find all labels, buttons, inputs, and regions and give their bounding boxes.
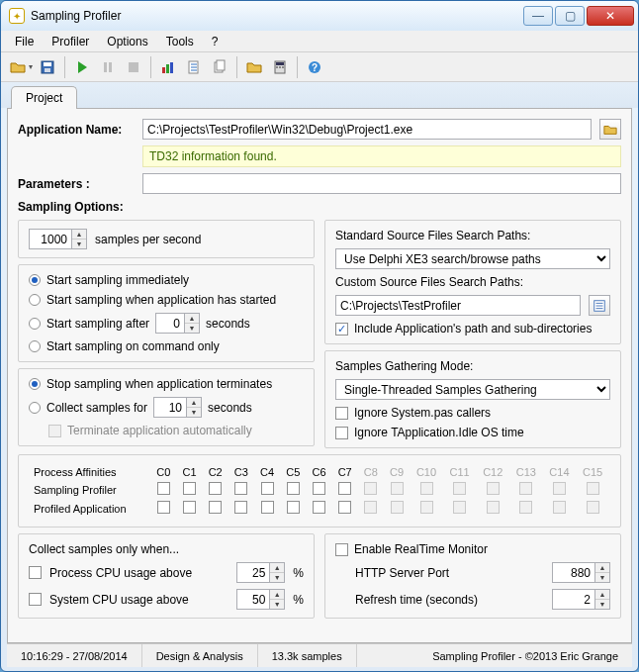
- sampling-options-header: Sampling Options:: [18, 200, 621, 214]
- system-cpu-spinner[interactable]: ▲▼: [236, 589, 285, 610]
- affinity-core-header: C5: [281, 465, 305, 479]
- start-after-input[interactable]: [155, 313, 185, 334]
- std-paths-select[interactable]: Use Delphi XE3 search/browse paths: [335, 248, 610, 269]
- svg-rect-1: [44, 62, 51, 66]
- refresh-input[interactable]: [552, 589, 595, 610]
- close-button[interactable]: ✕: [587, 6, 634, 26]
- check-system-cpu[interactable]: [29, 593, 42, 606]
- affinity-checkbox: [391, 501, 404, 514]
- affinity-checkbox[interactable]: [313, 482, 325, 495]
- affinity-checkbox[interactable]: [313, 501, 325, 514]
- affinity-checkbox[interactable]: [234, 482, 247, 495]
- process-cpu-spinner[interactable]: ▲▼: [236, 562, 285, 583]
- radio-collect-for[interactable]: [29, 402, 41, 414]
- start-mode-group: Start sampling immediately Start samplin…: [18, 264, 315, 362]
- browse-paths-button[interactable]: [589, 295, 610, 316]
- affinity-core-header: C15: [577, 465, 608, 479]
- affinity-checkbox[interactable]: [157, 501, 170, 514]
- ignore-system-label: Ignore System.pas callers: [354, 406, 491, 420]
- app-window: ✦ Sampling Profiler — ▢ ✕ File Profiler …: [0, 0, 639, 672]
- affinity-checkbox[interactable]: [261, 482, 274, 495]
- right-column: Standard Source Files Search Paths: Use …: [324, 220, 621, 448]
- radio-start-after[interactable]: [29, 318, 41, 330]
- window-title: Sampling Profiler: [31, 9, 517, 23]
- start-after-spinner[interactable]: ▲▼: [155, 313, 200, 334]
- affinity-checkbox[interactable]: [183, 482, 196, 495]
- play-icon[interactable]: [71, 56, 93, 78]
- app-name-input[interactable]: [142, 119, 592, 140]
- port-spinner[interactable]: ▲▼: [552, 562, 610, 583]
- pct-label-2: %: [293, 593, 304, 607]
- affinity-checkbox[interactable]: [234, 501, 247, 514]
- save-icon[interactable]: [37, 56, 58, 78]
- gather-mode-label: Samples Gathering Mode:: [335, 359, 610, 373]
- menu-profiler[interactable]: Profiler: [44, 33, 97, 50]
- check-realtime[interactable]: [335, 543, 348, 556]
- affinity-checkbox[interactable]: [157, 482, 170, 495]
- check-ignore-system[interactable]: [335, 407, 348, 420]
- menu-help[interactable]: ?: [204, 33, 227, 50]
- svg-rect-15: [279, 66, 281, 68]
- collect-for-spinner[interactable]: ▲▼: [153, 397, 202, 418]
- ignore-idle-label: Ignore TApplication.Idle OS time: [354, 426, 524, 439]
- copy-icon[interactable]: [209, 56, 230, 78]
- status-mode: Design & Analysis: [142, 644, 258, 667]
- custom-paths-input[interactable]: [335, 295, 581, 316]
- folder-icon[interactable]: [243, 56, 265, 78]
- open-icon[interactable]: [7, 56, 29, 78]
- params-input[interactable]: [142, 173, 621, 194]
- affinity-checkbox[interactable]: [183, 501, 196, 514]
- affinity-checkbox[interactable]: [261, 501, 274, 514]
- refresh-spinner[interactable]: ▲▼: [552, 589, 610, 610]
- process-cpu-label: Process CPU usage above: [49, 566, 228, 580]
- affinity-checkbox[interactable]: [287, 482, 300, 495]
- calculator-icon[interactable]: [269, 56, 291, 78]
- affinity-checkbox[interactable]: [338, 482, 351, 495]
- browse-app-button[interactable]: [599, 119, 621, 140]
- radio-stop-terminates[interactable]: [29, 378, 41, 390]
- radio-start-when-started[interactable]: [29, 294, 41, 306]
- svg-rect-5: [129, 62, 138, 72]
- system-cpu-input[interactable]: [236, 589, 270, 610]
- collect-for-input[interactable]: [153, 397, 187, 418]
- gather-mode-select[interactable]: Single-Threaded Samples Gathering: [335, 379, 610, 400]
- menu-tools[interactable]: Tools: [158, 33, 202, 50]
- affinity-checkbox[interactable]: [209, 501, 222, 514]
- tab-project[interactable]: Project: [11, 86, 77, 109]
- chart-icon[interactable]: [157, 56, 179, 78]
- check-ignore-idle[interactable]: [335, 427, 348, 439]
- process-cpu-input[interactable]: [236, 562, 270, 583]
- affinity-checkbox: [391, 482, 404, 495]
- sample-rate-spinner[interactable]: ▲▼: [29, 229, 87, 249]
- affinity-checkbox[interactable]: [209, 482, 222, 495]
- svg-rect-14: [276, 66, 278, 68]
- minimize-button[interactable]: —: [523, 6, 553, 26]
- sample-rate-input[interactable]: [29, 229, 72, 249]
- affinity-checkbox: [553, 501, 566, 514]
- affinity-checkbox[interactable]: [287, 501, 300, 514]
- status-copyright: Sampling Profiler - ©2013 Eric Grange: [418, 644, 632, 667]
- affinity-checkbox[interactable]: [338, 501, 351, 514]
- radio-start-immediate[interactable]: [29, 274, 41, 286]
- affinity-row-app: Profiled Application: [31, 500, 149, 517]
- affinity-checkbox: [420, 501, 433, 514]
- radio-start-command[interactable]: [29, 340, 41, 352]
- menu-file[interactable]: File: [7, 33, 42, 50]
- port-input[interactable]: [552, 562, 595, 583]
- affinity-checkbox: [519, 501, 532, 514]
- export-icon[interactable]: [183, 56, 205, 78]
- custom-paths-label: Custom Source Files Search Paths:: [335, 275, 610, 289]
- terminate-auto-label: Terminate application automatically: [67, 424, 252, 437]
- system-cpu-label: System CPU usage above: [49, 593, 228, 607]
- spin-up-icon[interactable]: ▲: [72, 230, 86, 240]
- separator: [150, 56, 151, 78]
- help-icon[interactable]: ?: [304, 56, 325, 78]
- maximize-button[interactable]: ▢: [555, 6, 585, 26]
- stop-mode-group: Stop sampling when application terminate…: [18, 368, 315, 446]
- check-process-cpu[interactable]: [29, 566, 42, 579]
- svg-rect-16: [282, 66, 284, 68]
- separator: [297, 56, 298, 78]
- spin-down-icon[interactable]: ▼: [72, 240, 86, 248]
- menu-options[interactable]: Options: [99, 33, 155, 50]
- check-include-app-path[interactable]: [335, 323, 348, 336]
